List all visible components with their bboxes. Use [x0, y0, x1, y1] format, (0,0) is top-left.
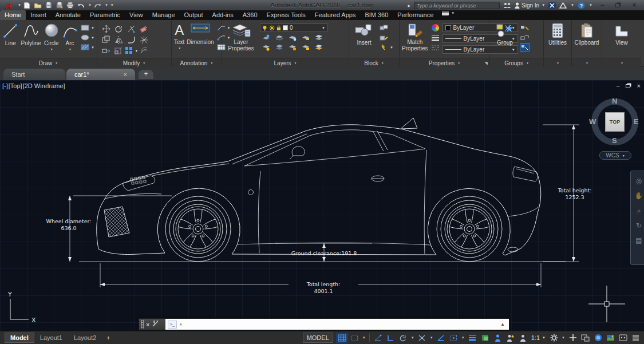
ribbon-tab[interactable]: Output — [180, 10, 208, 20]
command-line-grip[interactable] — [141, 320, 144, 329]
text-tool[interactable]: A Text▼ — [174, 22, 184, 50]
viewcube-west[interactable]: W — [589, 117, 596, 126]
a360-caret-icon[interactable]: ▼ — [571, 3, 574, 7]
modify-panel-label[interactable]: Modify▼ — [97, 58, 171, 67]
close-window-button[interactable]: × — [628, 1, 641, 9]
isometric-drafting-icon[interactable] — [397, 333, 409, 343]
snap-caret-icon[interactable]: ▼ — [361, 333, 367, 343]
ellipse-icon[interactable] — [80, 33, 90, 42]
sign-in-caret-icon[interactable]: ▼ — [542, 3, 545, 7]
isolate-objects-icon[interactable] — [617, 333, 629, 343]
layer-unlock-icon[interactable] — [301, 43, 310, 52]
help-caret-icon[interactable]: ▼ — [589, 3, 592, 7]
linetype-setting-icon[interactable] — [430, 43, 440, 52]
command-history-up-icon[interactable]: ▲ — [500, 322, 507, 327]
restore-window-button[interactable] — [612, 1, 625, 9]
wcs-dropdown[interactable]: WCS▼ — [599, 151, 631, 160]
ribbon-tab[interactable]: View — [125, 10, 148, 20]
navigation-wheel-icon[interactable]: ◎ — [636, 177, 642, 185]
ribbon-display-caret-icon[interactable]: ▼ — [451, 11, 455, 15]
ribbon-display-icon[interactable] — [441, 8, 449, 18]
save-icon[interactable] — [44, 1, 53, 9]
ribbon-tab[interactable]: Insert — [26, 10, 51, 20]
3d-object-snap-icon[interactable] — [448, 333, 460, 343]
layer-select-dropdown[interactable]: 0 ▼ — [260, 23, 327, 32]
autodesk-exchange-icon[interactable] — [548, 2, 556, 9]
view-panel-label[interactable]: ▼ — [602, 58, 641, 67]
arc-tool[interactable]: Arc▼ — [62, 22, 78, 51]
recent-commands-caret-icon[interactable]: ▼ — [179, 323, 183, 326]
transparency-icon[interactable] — [479, 333, 491, 343]
layer-state-icon[interactable] — [314, 43, 323, 52]
groups-panel-label[interactable]: Groups▼ — [490, 58, 543, 67]
command-input[interactable] — [184, 320, 499, 329]
exchange-apps-icon[interactable] — [503, 2, 511, 9]
viewport-view-control[interactable]: [Top] — [9, 82, 22, 89]
pan-icon[interactable]: ✋ — [635, 192, 643, 200]
qat-menu-caret-icon[interactable]: ▼ — [110, 3, 114, 7]
group-edit-icon[interactable] — [520, 33, 530, 42]
insert-tool[interactable]: Insert — [351, 22, 377, 46]
view-tool[interactable]: View — [610, 22, 633, 46]
line-tool[interactable]: Line — [2, 22, 19, 46]
orbit-icon[interactable]: ↻ — [636, 222, 642, 230]
ribbon-tab[interactable]: Parametric — [85, 10, 125, 20]
polyline-tool[interactable]: Polyline — [21, 22, 41, 46]
3dosnap-caret-icon[interactable]: ▼ — [460, 333, 466, 343]
workspace-switching-icon[interactable] — [548, 333, 560, 343]
scale-icon[interactable] — [114, 46, 124, 55]
workspace-caret-icon[interactable]: ▼ — [560, 333, 566, 343]
redo-caret-icon[interactable]: ▼ — [105, 3, 108, 7]
utilities-tool[interactable]: Utilities — [546, 22, 569, 46]
ribbon-tab[interactable]: A360 — [238, 10, 262, 20]
ortho-mode-icon[interactable] — [385, 333, 397, 343]
lineweight-setting-icon[interactable] — [430, 33, 440, 42]
new-file-icon[interactable] — [22, 1, 31, 9]
object-color-icon[interactable] — [430, 23, 440, 32]
viewport-close-button[interactable]: × — [637, 82, 641, 89]
viewcube-top-face[interactable]: TOP — [605, 112, 625, 132]
ribbon-tab[interactable]: BIM 360 — [360, 10, 393, 20]
showmotion-icon[interactable]: ▤ — [635, 236, 642, 244]
match-properties-tool[interactable]: Match Properties — [402, 22, 428, 52]
fillet-icon[interactable] — [127, 35, 136, 44]
command-prompt-icon[interactable]: >_ — [168, 321, 177, 329]
polar-tracking-icon[interactable] — [372, 333, 384, 343]
search-expand-icon[interactable]: ▶ — [408, 3, 410, 7]
minimize-window-button[interactable]: − — [596, 1, 609, 9]
layer-walk-icon[interactable] — [274, 43, 284, 52]
search-input[interactable]: Type a keyword or phrase — [414, 2, 500, 9]
a360-icon[interactable] — [559, 2, 567, 9]
redo-icon[interactable] — [93, 1, 102, 9]
annotation-visibility-icon[interactable] — [492, 333, 504, 343]
layer-match-icon[interactable] — [314, 33, 323, 42]
model-space-button[interactable]: MODEL — [303, 333, 333, 343]
dimension-tool[interactable]: Dimension — [187, 22, 214, 45]
hardware-acceleration-icon[interactable] — [592, 333, 604, 343]
viewport-minimize-button[interactable]: − — [616, 82, 619, 89]
offset-icon[interactable] — [139, 46, 149, 55]
circle-tool[interactable]: Circle▼ — [44, 22, 60, 51]
grid-display-icon[interactable] — [336, 333, 348, 343]
command-line-close-icon[interactable]: × — [146, 321, 149, 328]
save-as-icon[interactable] — [55, 1, 64, 9]
rectangle-caret-icon[interactable]: ▼ — [91, 26, 94, 30]
object-snap-icon[interactable] — [435, 333, 447, 343]
snap-mode-icon[interactable] — [349, 333, 361, 343]
group-tool[interactable]: Group — [492, 22, 517, 46]
new-drawing-tab-button[interactable]: + — [139, 70, 153, 79]
open-file-icon[interactable] — [33, 1, 42, 9]
ribbon-tab[interactable]: Annotate — [51, 10, 85, 20]
attributes-icon[interactable] — [379, 43, 389, 52]
command-line[interactable]: × >_ ▼ ▲ — [139, 318, 509, 330]
plot-icon[interactable] — [66, 1, 75, 9]
otrack-caret-icon[interactable]: ▼ — [429, 333, 434, 343]
array-icon[interactable] — [124, 46, 134, 55]
rotate-icon[interactable] — [114, 25, 124, 33]
clean-screen-icon[interactable] — [605, 333, 617, 343]
layout-tab[interactable]: Layout1 — [34, 333, 68, 343]
properties-panel-label[interactable]: Properties▼ — [400, 58, 489, 67]
draw-panel-label[interactable]: Draw▼ — [0, 58, 97, 67]
viewcube-north[interactable]: N — [612, 97, 617, 105]
ribbon-tab[interactable]: Manage — [148, 10, 180, 20]
